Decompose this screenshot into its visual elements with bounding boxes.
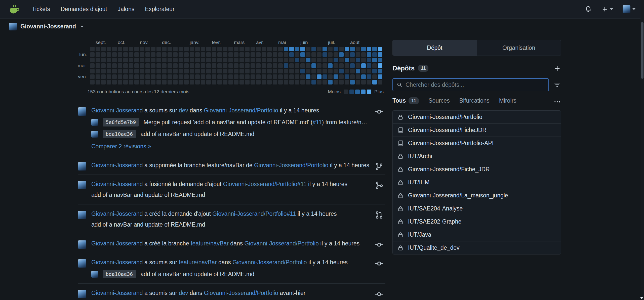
heatmap-cell[interactable]: [334, 52, 338, 57]
heatmap-cell[interactable]: [311, 63, 316, 68]
heatmap-cell[interactable]: [168, 74, 172, 79]
heatmap-cell[interactable]: [195, 58, 200, 62]
heatmap-cell[interactable]: [145, 58, 150, 62]
repo-name-link[interactable]: Giovanni-Josserand/Portfolio-API: [408, 140, 494, 147]
repo-row[interactable]: Giovanni-Josserand/Fiche_JDR: [392, 163, 561, 176]
heatmap-cell[interactable]: [151, 69, 155, 73]
heatmap-cell[interactable]: [101, 52, 106, 57]
heatmap-cell[interactable]: [356, 58, 360, 62]
heatmap-cell[interactable]: [112, 63, 117, 68]
heatmap-cell[interactable]: [295, 47, 299, 51]
heatmap-cell[interactable]: [162, 80, 167, 84]
heatmap-cell[interactable]: [317, 58, 321, 62]
heatmap-cell[interactable]: [173, 80, 178, 84]
heatmap-cell[interactable]: [206, 74, 211, 79]
heatmap-cell[interactable]: [201, 47, 205, 51]
user-link[interactable]: Giovanni-Josserand: [91, 240, 143, 247]
heatmap-cell[interactable]: [245, 58, 250, 62]
heatmap-cell[interactable]: [273, 58, 277, 62]
heatmap-cell[interactable]: [311, 47, 316, 51]
heatmap-cell[interactable]: [311, 69, 316, 73]
heatmap-cell[interactable]: [317, 80, 321, 84]
heatmap-cell[interactable]: [212, 69, 216, 73]
filter-tab-mirrors[interactable]: Miroirs: [499, 97, 516, 106]
heatmap-cell[interactable]: [267, 52, 272, 57]
heatmap-cell[interactable]: [350, 52, 355, 57]
heatmap-cell[interactable]: [217, 47, 222, 51]
heatmap-cell[interactable]: [201, 63, 205, 68]
repo-name-link[interactable]: Giovanni-Josserand/Portfolio: [408, 114, 482, 120]
heatmap-cell[interactable]: [251, 69, 255, 73]
heatmap-cell[interactable]: [289, 80, 294, 84]
heatmap-cell[interactable]: [212, 63, 216, 68]
heatmap-cell[interactable]: [339, 52, 344, 57]
commit-sha-link[interactable]: bda10ae36: [103, 130, 136, 138]
heatmap-cell[interactable]: [356, 63, 360, 68]
heatmap-cell[interactable]: [311, 58, 316, 62]
heatmap-cell[interactable]: [151, 74, 155, 79]
heatmap-cell[interactable]: [129, 80, 133, 84]
repo-name-link[interactable]: IUT/Qualite_de_dev: [408, 244, 460, 251]
repo-link[interactable]: Giovanni-Josserand/Portfolio: [204, 290, 278, 296]
create-new-button[interactable]: [601, 6, 613, 13]
heatmap-cell[interactable]: [278, 69, 283, 73]
heatmap-cell[interactable]: [123, 69, 128, 73]
repo-link[interactable]: Giovanni-Josserand/Portfolio: [254, 162, 328, 168]
heatmap-cell[interactable]: [201, 52, 205, 57]
heatmap-cell[interactable]: [134, 52, 139, 57]
heatmap-cell[interactable]: [90, 80, 95, 84]
heatmap-cell[interactable]: [156, 74, 161, 79]
heatmap-cell[interactable]: [356, 52, 360, 57]
heatmap-cell[interactable]: [217, 80, 222, 84]
heatmap-cell[interactable]: [168, 80, 172, 84]
heatmap-cell[interactable]: [145, 69, 150, 73]
repo-name-link[interactable]: IUT/Archi: [408, 153, 432, 160]
repo-link[interactable]: Giovanni-Josserand/Portfolio: [204, 107, 278, 114]
heatmap-cell[interactable]: [256, 58, 261, 62]
heatmap-cell[interactable]: [195, 47, 200, 51]
heatmap-cell[interactable]: [129, 63, 133, 68]
user-link[interactable]: Giovanni-Josserand: [91, 290, 143, 296]
heatmap-cell[interactable]: [217, 58, 222, 62]
heatmap-cell[interactable]: [345, 63, 349, 68]
heatmap-cell[interactable]: [123, 80, 128, 84]
heatmap-cell[interactable]: [190, 80, 194, 84]
heatmap-cell[interactable]: [367, 47, 371, 51]
heatmap-cell[interactable]: [284, 58, 288, 62]
heatmap-cell[interactable]: [306, 63, 310, 68]
heatmap-cell[interactable]: [168, 47, 172, 51]
heatmap-cell[interactable]: [129, 52, 133, 57]
heatmap-cell[interactable]: [262, 58, 266, 62]
heatmap-cell[interactable]: [328, 69, 333, 73]
heatmap-cell[interactable]: [361, 58, 366, 62]
heatmap-cell[interactable]: [278, 58, 283, 62]
heatmap-cell[interactable]: [123, 63, 128, 68]
heatmap-cell[interactable]: [356, 80, 360, 84]
heatmap-cell[interactable]: [239, 58, 244, 62]
heatmap-cell[interactable]: [206, 52, 211, 57]
heatmap-cell[interactable]: [134, 58, 139, 62]
heatmap-cell[interactable]: [378, 47, 382, 51]
heatmap-cell[interactable]: [234, 69, 238, 73]
heatmap-cell[interactable]: [328, 80, 333, 84]
heatmap-cell[interactable]: [306, 69, 310, 73]
heatmap-cell[interactable]: [107, 74, 111, 79]
heatmap-cell[interactable]: [262, 74, 266, 79]
heatmap-cell[interactable]: [184, 80, 189, 84]
commit-sha-link[interactable]: bda10ae36: [103, 270, 136, 278]
heatmap-cell[interactable]: [256, 80, 261, 84]
heatmap-cell[interactable]: [217, 69, 222, 73]
heatmap-cell[interactable]: [184, 74, 189, 79]
heatmap-cell[interactable]: [156, 80, 161, 84]
heatmap-cell[interactable]: [306, 52, 310, 57]
heatmap-cell[interactable]: [140, 47, 144, 51]
heatmap-cell[interactable]: [317, 63, 321, 68]
branch-link[interactable]: feature/navBar: [191, 240, 229, 247]
heatmap-cell[interactable]: [134, 74, 139, 79]
heatmap-cell[interactable]: [273, 52, 277, 57]
heatmap-cell[interactable]: [284, 74, 288, 79]
heatmap-cell[interactable]: [101, 74, 106, 79]
heatmap-cell[interactable]: [96, 47, 100, 51]
heatmap-cell[interactable]: [118, 58, 122, 62]
heatmap-cell[interactable]: [328, 74, 333, 79]
